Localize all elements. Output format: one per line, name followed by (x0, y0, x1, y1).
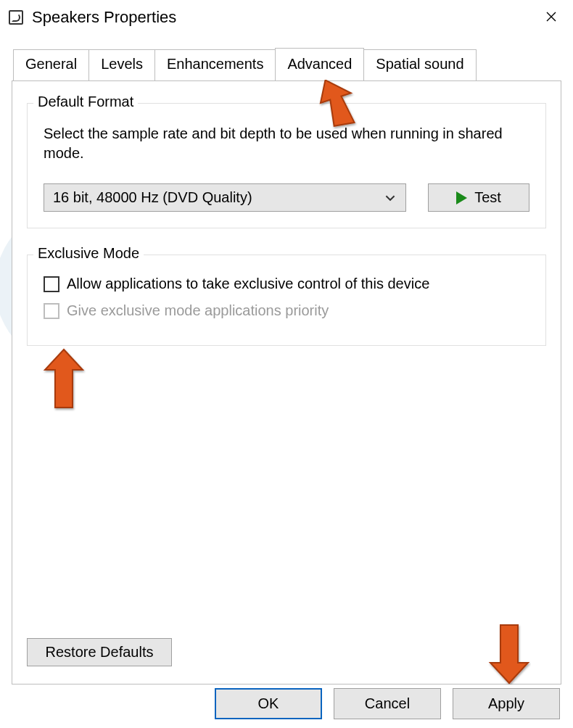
restore-defaults-button[interactable]: Restore Defaults (27, 638, 172, 666)
dialog-footer: OK Cancel Apply (0, 688, 573, 719)
tab-panel-advanced: Default Format Select the sample rate an… (12, 81, 561, 684)
cancel-button[interactable]: Cancel (334, 688, 441, 719)
tab-levels[interactable]: Levels (88, 49, 155, 80)
tab-general[interactable]: General (13, 49, 89, 80)
tab-advanced[interactable]: Advanced (275, 48, 364, 79)
test-label: Test (474, 189, 501, 206)
legend-exclusive-mode: Exclusive Mode (33, 245, 144, 262)
tab-list: General Levels Enhancements Advanced Spa… (12, 49, 561, 80)
close-button[interactable] (534, 0, 569, 35)
legend-default-format: Default Format (33, 94, 138, 110)
ok-button[interactable]: OK (215, 688, 322, 719)
priority-checkbox (44, 303, 59, 319)
allow-exclusive-row: Allow applications to take exclusive con… (44, 276, 529, 292)
titlebar: Speakers Properties (0, 0, 573, 35)
test-button[interactable]: Test (428, 183, 529, 212)
default-format-row: 16 bit, 48000 Hz (DVD Quality) Test (44, 183, 529, 212)
group-default-format: Default Format Select the sample rate an… (27, 103, 546, 228)
sample-rate-selected: 16 bit, 48000 Hz (DVD Quality) (53, 189, 252, 206)
allow-exclusive-checkbox[interactable] (44, 276, 59, 292)
sample-rate-dropdown[interactable]: 16 bit, 48000 Hz (DVD Quality) (44, 183, 406, 212)
chevron-down-icon (384, 191, 397, 204)
allow-exclusive-label: Allow applications to take exclusive con… (67, 276, 429, 292)
restore-defaults-wrap: Restore Defaults (27, 638, 172, 666)
tab-enhancements[interactable]: Enhancements (154, 49, 276, 80)
window-title: Speakers Properties (32, 8, 534, 27)
default-format-description: Select the sample rate and bit depth to … (44, 124, 529, 163)
tab-strip: General Levels Enhancements Advanced Spa… (12, 49, 561, 81)
priority-label: Give exclusive mode applications priorit… (67, 302, 329, 319)
play-icon (456, 191, 467, 204)
priority-row: Give exclusive mode applications priorit… (44, 302, 529, 319)
apply-button[interactable]: Apply (453, 688, 560, 719)
group-exclusive-mode: Exclusive Mode Allow applications to tak… (27, 255, 546, 346)
tab-spatial-sound[interactable]: Spatial sound (363, 49, 476, 80)
speaker-icon (9, 10, 23, 25)
close-icon (545, 9, 557, 26)
